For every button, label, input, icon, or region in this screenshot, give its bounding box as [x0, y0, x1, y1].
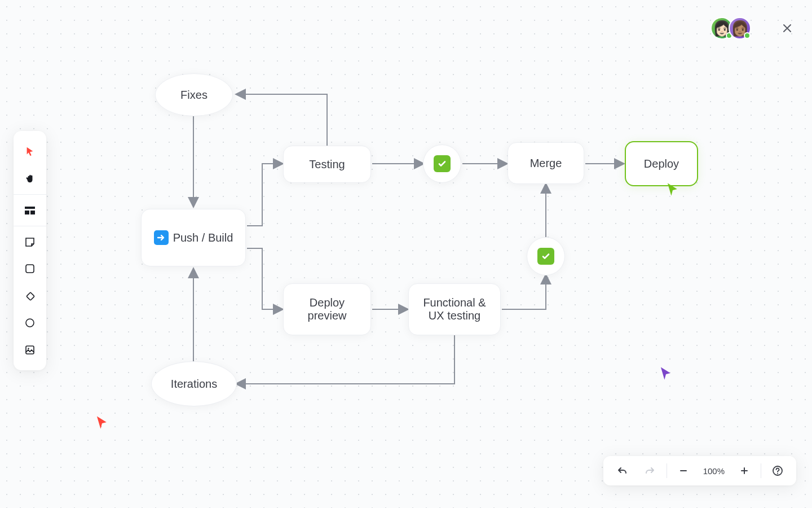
check-icon	[434, 155, 451, 172]
node-fixes[interactable]: Fixes	[155, 73, 233, 116]
node-label: Merge	[530, 157, 562, 170]
node-deploy[interactable]: Deploy	[625, 141, 698, 186]
collaborator-cursor-red	[95, 415, 109, 430]
node-label: Push / Build	[173, 231, 233, 244]
bottom-toolbar: 100%	[603, 456, 796, 485]
cursor-icon	[665, 182, 680, 196]
canvas[interactable]: Fixes Push / Build Testing Merge Deploy …	[0, 0, 812, 508]
check-icon	[537, 248, 554, 265]
collaborator-cursor-purple	[659, 366, 673, 380]
node-check-2[interactable]	[527, 237, 565, 275]
help-button[interactable]	[764, 456, 792, 485]
help-icon	[772, 465, 783, 476]
node-check-1[interactable]	[423, 144, 461, 183]
separator	[761, 463, 761, 478]
node-iterations[interactable]: Iterations	[151, 361, 237, 406]
node-label-line-2: UX testing	[429, 309, 480, 322]
minus-icon	[679, 466, 688, 475]
node-label-line-2: preview	[308, 309, 347, 322]
plus-icon	[740, 466, 749, 475]
separator	[667, 463, 667, 478]
node-label: Iterations	[171, 378, 217, 391]
redo-button[interactable]	[636, 456, 664, 485]
node-label: Testing	[309, 158, 345, 171]
connection-lines	[0, 0, 812, 508]
undo-button[interactable]	[608, 456, 636, 485]
node-push-build[interactable]: Push / Build	[141, 209, 246, 266]
node-label: Deploy	[644, 157, 679, 170]
zoom-out-button[interactable]	[669, 456, 698, 485]
arrow-right-icon	[154, 230, 169, 245]
cursor-icon	[659, 366, 673, 380]
node-label-line-1: Deploy	[310, 296, 345, 309]
node-functional-ux[interactable]: Functional & UX testing	[408, 283, 501, 335]
node-merge[interactable]: Merge	[508, 142, 584, 184]
node-deploy-preview[interactable]: Deploy preview	[283, 283, 371, 335]
zoom-level[interactable]: 100%	[698, 466, 730, 476]
zoom-in-button[interactable]	[730, 456, 758, 485]
node-testing[interactable]: Testing	[283, 146, 371, 183]
redo-icon	[645, 466, 656, 476]
node-label: Fixes	[180, 89, 208, 102]
undo-icon	[616, 466, 628, 476]
svg-point-9	[777, 473, 778, 474]
node-label-line-1: Functional &	[423, 296, 486, 309]
collaborator-cursor-green	[665, 182, 680, 196]
cursor-icon	[95, 415, 109, 430]
